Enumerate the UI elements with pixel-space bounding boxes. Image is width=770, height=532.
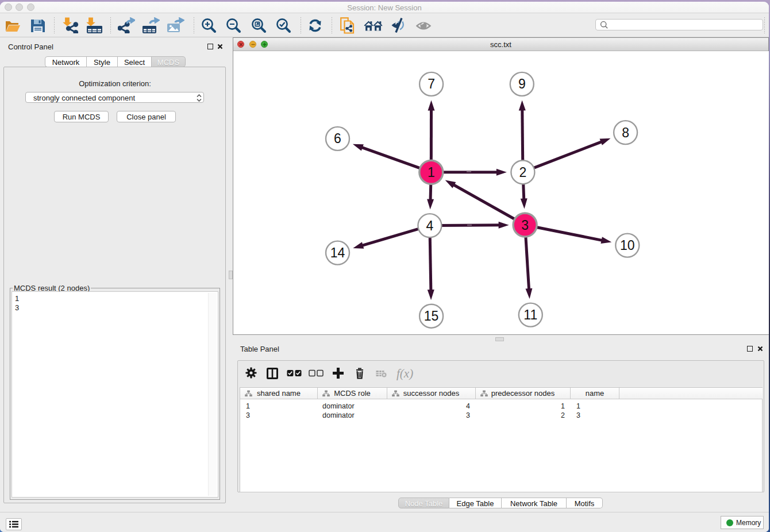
svg-text:8: 8 bbox=[622, 125, 629, 140]
svg-text:2: 2 bbox=[519, 165, 527, 180]
svg-text:7: 7 bbox=[428, 76, 435, 91]
svg-text:9: 9 bbox=[518, 76, 526, 91]
svg-text:15: 15 bbox=[424, 309, 439, 323]
svg-text:3: 3 bbox=[521, 218, 529, 233]
svg-text:6: 6 bbox=[334, 131, 341, 146]
svg-text:14: 14 bbox=[330, 245, 345, 260]
svg-text:10: 10 bbox=[620, 238, 635, 253]
svg-text:1: 1 bbox=[428, 165, 435, 180]
svg-text:4: 4 bbox=[426, 218, 434, 233]
svg-text:11: 11 bbox=[523, 307, 537, 322]
